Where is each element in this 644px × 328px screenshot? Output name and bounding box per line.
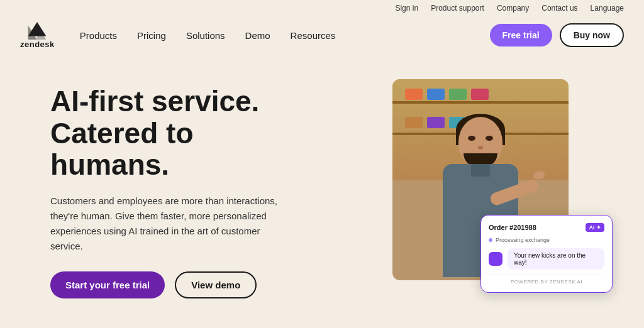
chat-avatar bbox=[489, 252, 502, 266]
hero-heading-line1: AI-first service. bbox=[50, 85, 259, 118]
hero-heading-line2: Catered to bbox=[50, 117, 193, 150]
nav-products[interactable]: Products bbox=[80, 30, 117, 41]
product-support-link[interactable]: Product support bbox=[431, 4, 484, 13]
language-link[interactable]: Language bbox=[591, 4, 624, 13]
shoe-box-6 bbox=[427, 117, 445, 128]
zendesk-logo-icon bbox=[27, 22, 47, 40]
nav-pricing[interactable]: Pricing bbox=[137, 30, 166, 41]
hero-buttons: Start your free trial View demo bbox=[50, 271, 355, 298]
hero-subtext: Customers and employees are more than in… bbox=[50, 194, 289, 254]
shelf-line-1 bbox=[392, 101, 569, 104]
chat-processing-row: Processing exchange bbox=[489, 237, 604, 243]
hero-heading: AI-first service. Catered to humans. bbox=[50, 85, 355, 181]
nav-solutions[interactable]: Solutions bbox=[186, 30, 225, 41]
hero-left: AI-first service. Catered to humans. Cus… bbox=[50, 79, 355, 298]
nav-links: Products Pricing Solutions Demo Resource… bbox=[80, 30, 490, 41]
logo-text: zendesk bbox=[20, 40, 55, 49]
shoe-box-1 bbox=[405, 89, 423, 100]
shoe-box-5 bbox=[405, 117, 423, 128]
nav-resources[interactable]: Resources bbox=[291, 30, 336, 41]
contact-us-link[interactable]: Contact us bbox=[541, 4, 577, 13]
chat-ai-badge: AI ✦ bbox=[586, 223, 604, 232]
nav-buy-now-button[interactable]: Buy now bbox=[560, 23, 624, 47]
nav-actions: Free trial Buy now bbox=[490, 23, 624, 47]
processing-label: Processing exchange bbox=[496, 237, 550, 243]
shoe-box-3 bbox=[449, 89, 467, 100]
chat-bubble: Your new kicks are on the way! bbox=[508, 248, 604, 270]
nav-free-trial-button[interactable]: Free trial bbox=[490, 24, 552, 46]
hero-section: AI-first service. Catered to humans. Cus… bbox=[0, 54, 644, 325]
nav-demo[interactable]: Demo bbox=[245, 30, 270, 41]
start-free-trial-button[interactable]: Start your free trial bbox=[50, 271, 165, 298]
view-demo-button[interactable]: View demo bbox=[175, 271, 257, 298]
logo[interactable]: zendesk bbox=[20, 22, 55, 49]
shoe-box-2 bbox=[427, 89, 445, 100]
shoe-box-4 bbox=[471, 89, 489, 100]
hero-right: Order #201988 AI ✦ Processing exchange Y… bbox=[392, 79, 594, 293]
utility-bar: Sign in Product support Company Contact … bbox=[0, 0, 644, 16]
chat-message-row: Your new kicks are on the way! bbox=[489, 248, 604, 270]
sign-in-link[interactable]: Sign in bbox=[395, 4, 418, 13]
chat-powered-by: POWERED BY ZENDESK AI bbox=[489, 275, 604, 285]
chat-order-title: Order #201988 bbox=[489, 224, 536, 231]
company-link[interactable]: Company bbox=[497, 4, 529, 13]
hero-heading-line3: humans. bbox=[50, 148, 169, 181]
processing-dot bbox=[489, 238, 492, 242]
chat-card-header: Order #201988 AI ✦ bbox=[489, 223, 604, 232]
person-head bbox=[458, 117, 502, 167]
main-nav: zendesk Products Pricing Solutions Demo … bbox=[0, 16, 644, 54]
chat-card: Order #201988 AI ✦ Processing exchange Y… bbox=[480, 215, 613, 293]
